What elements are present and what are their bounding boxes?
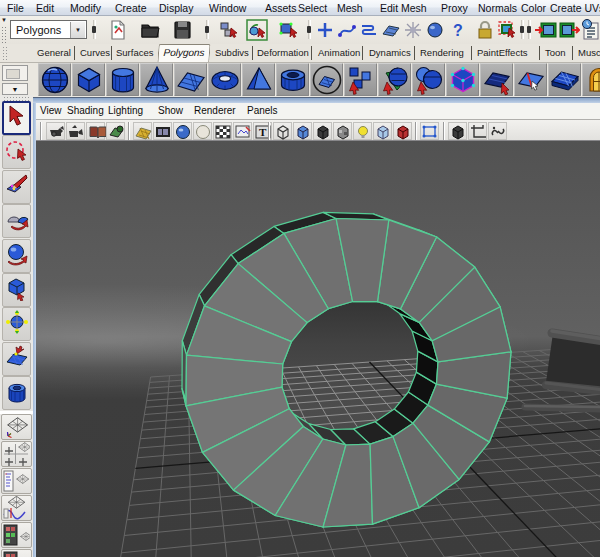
svg-text:?: ? <box>453 22 463 39</box>
svg-text:T: T <box>259 126 267 138</box>
